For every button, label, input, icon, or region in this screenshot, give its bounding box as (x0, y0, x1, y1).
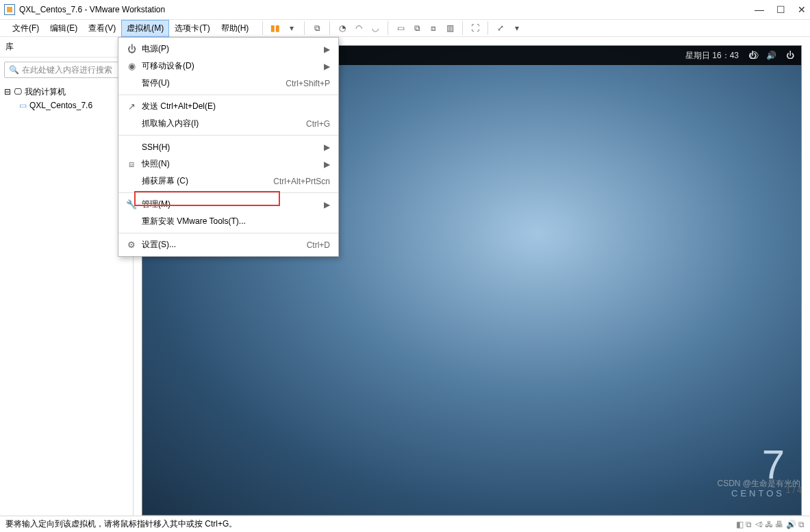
menu-help[interactable]: 帮助(H) (216, 20, 255, 37)
menu-removable-label: 可移动设备(D) (139, 60, 320, 72)
divider (118, 94, 338, 95)
menu-capture-shortcut: Ctrl+Alt+PrtScn (273, 177, 330, 186)
status-bar: 要将输入定向到该虚拟机，请将鼠标指针移入其中或按 Ctrl+G。 ◧ ⧉ ⏿ 🖧… (0, 516, 810, 532)
app-icon (4, 4, 15, 15)
search-icon: 🔍 (9, 65, 19, 75)
collapse-icon: ⊟ (4, 85, 11, 99)
vm-menu-dropdown: ⏻ 电源(P) ▶ ◉ 可移动设备(D) ▶ 暂停(U) Ctrl+Shift+… (118, 37, 339, 257)
menu-power[interactable]: ⏻ 电源(P) ▶ (118, 40, 338, 58)
menu-settings-label: 设置(S)... (139, 239, 307, 251)
menu-edit[interactable]: 编辑(E) (45, 20, 83, 37)
menu-reinstall-tools[interactable]: 重新安装 VMware Tools(T)... (118, 213, 338, 230)
menu-grab-label: 抓取输入内容(I) (139, 118, 306, 129)
power-icon: ⏻ (124, 44, 139, 54)
snapshot-take-icon[interactable]: ◔ (334, 20, 351, 36)
window-title: QXL_Centos_7.6 - VMware Workstation (19, 5, 165, 14)
menu-snapshot-label: 快照(N) (139, 158, 320, 170)
search-placeholder: 在此处键入内容进行搜索 (22, 64, 112, 76)
menu-settings[interactable]: ⚙ 设置(S)... Ctrl+D (118, 236, 338, 253)
menu-capture[interactable]: 捕获屏幕 (C) Ctrl+Alt+PrtScn (118, 173, 338, 190)
minimize-button[interactable]: — (755, 4, 764, 15)
snapshot-manage-icon[interactable]: ◡ (367, 20, 383, 36)
wrench-icon: 🔧 (124, 199, 139, 210)
divider (118, 192, 338, 193)
status-hint: 要将输入定向到该虚拟机，请将鼠标指针移入其中或按 Ctrl+G。 (5, 518, 237, 530)
guest-clock: 星期日 16：43 (685, 50, 739, 62)
tree-vm-item[interactable]: ▭ QXL_Centos_7.6 (4, 99, 129, 112)
menu-pause[interactable]: 暂停(U) Ctrl+Shift+P (118, 75, 338, 92)
send-icon: ↗ (124, 101, 139, 112)
snapshot-revert-icon[interactable]: ◠ (351, 20, 367, 36)
brand-name: CENTOS (731, 488, 785, 498)
view-console-icon[interactable]: ⧉ (409, 20, 425, 36)
menu-pause-label: 暂停(U) (139, 77, 286, 89)
menu-manage[interactable]: 🔧 管理(M) ▶ (118, 196, 338, 213)
menu-grab-input[interactable]: 抓取输入内容(I) Ctrl+G (118, 115, 338, 132)
menu-reinstall-label: 重新安装 VMware Tools(T)... (139, 216, 330, 227)
divider (118, 135, 338, 136)
submenu-arrow-icon: ▶ (324, 142, 330, 152)
dropdown-caret-icon[interactable]: ▾ (283, 20, 300, 36)
submenu-arrow-icon: ▶ (324, 45, 330, 54)
tree-root[interactable]: ⊟ 🖵 我的计算机 (4, 85, 129, 99)
menu-capture-label: 捕获屏幕 (C) (139, 175, 273, 187)
gear-icon: ⚙ (124, 240, 139, 250)
library-title: 库 (5, 41, 14, 53)
search-input[interactable]: 🔍 在此处键入内容进行搜索 (4, 62, 129, 78)
titlebar: QXL_Centos_7.6 - VMware Workstation — ☐ … (0, 0, 810, 19)
tree-root-label: 我的计算机 (25, 85, 66, 99)
centos-brand: 7 CENTOS (731, 441, 785, 498)
close-button[interactable]: ✕ (798, 4, 806, 15)
stretch-icon[interactable]: ⤢ (492, 20, 509, 36)
menu-view[interactable]: 查看(V) (83, 20, 121, 37)
menu-snapshot[interactable]: ⧇ 快照(N) ▶ (118, 155, 338, 173)
camera-icon: ⧇ (124, 159, 139, 170)
devices-icon[interactable]: ⧉ (309, 20, 325, 36)
pause-icon[interactable]: ▮▮ (267, 20, 283, 36)
menu-pause-shortcut: Ctrl+Shift+P (286, 79, 330, 88)
maximize-button[interactable]: ☐ (776, 4, 785, 15)
menu-vm[interactable]: 虚拟机(M) (121, 20, 169, 37)
view-single-icon[interactable]: ▭ (392, 20, 409, 36)
submenu-arrow-icon: ▶ (324, 200, 330, 210)
divider (118, 233, 338, 233)
computer-icon: 🖵 (14, 85, 22, 99)
usb-icon: ◉ (124, 61, 139, 71)
watermark: CSDN @生命是有光的 (717, 478, 800, 490)
status-icons: ◧ ⧉ ⏿ 🖧 🖶 🔊 ⧉ (736, 520, 805, 529)
submenu-arrow-icon: ▶ (324, 160, 330, 169)
menu-send-cad[interactable]: ↗ 发送 Ctrl+Alt+Del(E) (118, 98, 338, 115)
menu-ssh-label: SSH(H) (139, 142, 320, 152)
fullscreen-icon[interactable]: ⛶ (467, 20, 483, 36)
menu-removable[interactable]: ◉ 可移动设备(D) ▶ (118, 58, 338, 75)
view-thumbnail-icon[interactable]: ▥ (442, 20, 458, 36)
stretch-caret-icon[interactable]: ▾ (509, 20, 525, 36)
menu-send-cad-label: 发送 Ctrl+Alt+Del(E) (139, 101, 330, 112)
menu-ssh[interactable]: SSH(H) ▶ (118, 138, 338, 155)
menu-manage-label: 管理(M) (139, 199, 320, 210)
vm-icon: ▭ (19, 99, 27, 112)
menu-power-label: 电源(P) (139, 43, 320, 55)
volume-icon[interactable]: 🔊 (766, 51, 776, 60)
submenu-arrow-icon: ▶ (324, 62, 330, 71)
view-unity-icon[interactable]: ⧈ (425, 20, 442, 36)
menu-grab-shortcut: Ctrl+G (306, 119, 330, 129)
menubar: 文件(F) 编辑(E) 查看(V) 虚拟机(M) 选项卡(T) 帮助(H) ▮▮… (0, 19, 810, 37)
menu-file[interactable]: 文件(F) (7, 20, 45, 37)
network-icon[interactable]: ⏻⃝ (748, 51, 757, 60)
toolbar: ▮▮ ▾ ⧉ ◔ ◠ ◡ ▭ ⧉ ⧈ ▥ ⛶ ⤢ ▾ (258, 20, 525, 36)
library-panel: 库 ✕ 🔍 在此处键入内容进行搜索 ⊟ 🖵 我的计算机 ▭ QXL_Centos… (0, 37, 134, 516)
menu-tabs[interactable]: 选项卡(T) (169, 20, 215, 37)
power-icon[interactable]: ⏻ (786, 51, 794, 60)
tree-vm-label: QXL_Centos_7.6 (29, 99, 92, 112)
menu-settings-shortcut: Ctrl+D (307, 240, 330, 250)
library-tree: ⊟ 🖵 我的计算机 ▭ QXL_Centos_7.6 (0, 82, 133, 115)
